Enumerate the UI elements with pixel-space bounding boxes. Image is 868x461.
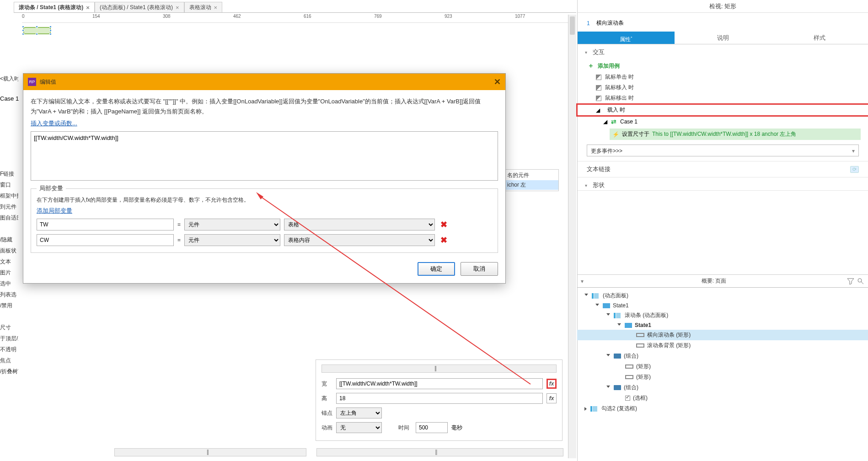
event-mouseenter[interactable]: 鼠标移入 时 <box>578 82 868 93</box>
delete-icon[interactable]: ✖ <box>439 220 449 230</box>
anchor-label: 锚点 <box>321 409 332 417</box>
var-type-select[interactable]: 元件 <box>184 219 280 230</box>
expression-textarea[interactable]: [[TW.width/CW.width*TW.width]] <box>31 131 498 181</box>
tree-node[interactable]: State1 <box>577 321 868 330</box>
expand-icon: ◢ <box>596 107 600 113</box>
height-input[interactable] <box>336 393 543 404</box>
add-local-var-link[interactable]: 添加局部变量 <box>37 207 72 215</box>
tab-tablescroll[interactable]: 表格滚动 × <box>184 2 223 12</box>
resize-handle[interactable] <box>22 33 24 35</box>
resize-handle[interactable] <box>36 26 38 28</box>
event-mouseleave[interactable]: 鼠标移出 时 <box>578 93 868 103</box>
menu-item[interactable]: /隐藏 <box>0 234 18 245</box>
var-type-select[interactable]: 元件 <box>184 234 280 246</box>
widget-name[interactable]: 横向滚动条 <box>596 19 624 27</box>
search-icon[interactable] <box>857 278 864 285</box>
tab-label: 表格滚动 <box>189 4 211 11</box>
menu-item[interactable]: 文本 <box>0 256 18 267</box>
menu-item[interactable]: 尺寸 <box>0 322 18 333</box>
tree-node[interactable]: 滚动条背景 (矩形) <box>577 340 868 351</box>
tree-node[interactable]: (选框) <box>577 393 868 403</box>
text-link-row[interactable]: 文本链接 <box>578 161 868 177</box>
event-click[interactable]: 鼠标单击 时 <box>578 72 868 82</box>
resize-handle[interactable] <box>22 29 24 32</box>
left-context-menu-truncated: <载入时> Case 1 F链接 窗口 框架中打 到元件 图自适应 /隐藏 面板… <box>0 73 18 84</box>
menu-item[interactable]: 到元件 <box>0 201 18 212</box>
add-usecase-button[interactable]: ＋ 添加用例 <box>578 60 868 72</box>
filter-icon[interactable] <box>847 278 854 285</box>
horizontal-scrollbar[interactable] <box>114 448 306 456</box>
group-header[interactable]: 交互 <box>578 44 868 60</box>
var-target-select[interactable]: 表格内容 <box>284 234 435 246</box>
menu-item[interactable]: 图自适应 <box>0 212 18 223</box>
menu-item[interactable]: 框架中打 <box>0 190 18 201</box>
dialog-title: 编辑值 <box>40 78 56 86</box>
delete-icon[interactable]: ✖ <box>439 235 449 245</box>
resize-handle[interactable] <box>49 26 52 28</box>
resize-handle[interactable] <box>22 26 24 28</box>
case-row[interactable]: ◢ ⇄ Case 1 <box>578 117 868 127</box>
list-item[interactable]: ichor 左 <box>504 180 558 190</box>
tab-style[interactable]: 样式 <box>771 32 868 44</box>
width-label: 宽 <box>321 380 332 388</box>
rectangle-icon <box>636 333 644 337</box>
menu-item[interactable]: 图片 <box>0 267 18 278</box>
close-icon[interactable]: ✕ <box>494 77 501 87</box>
tree-node[interactable]: 滚动条 (动态面板) <box>577 310 868 321</box>
tab-dynpanel-state1[interactable]: (动态面板) / State1 (表格滚动) × <box>95 2 184 12</box>
animation-select[interactable]: 无 <box>336 422 382 433</box>
group-shape: 形状 <box>578 177 868 191</box>
canvas-selected-widget[interactable] <box>22 26 52 36</box>
ok-button[interactable]: 确定 <box>418 262 455 276</box>
tree-node[interactable]: (矩形) <box>577 361 868 372</box>
tree-node[interactable]: 勾选2 (复选框) <box>577 403 868 414</box>
resize-handle[interactable] <box>49 33 52 35</box>
fx-icon[interactable]: fx <box>547 379 557 389</box>
width-input[interactable] <box>336 378 543 389</box>
tab-properties[interactable]: 属性* <box>578 32 675 44</box>
var-name-input[interactable] <box>37 234 174 246</box>
anchor-select[interactable]: 左上角 <box>336 407 382 418</box>
menu-item[interactable]: 于顶层/底层 <box>0 333 18 344</box>
resize-handle[interactable] <box>49 29 52 32</box>
ruler: 0 154 308 462 616 769 923 1077 <box>22 14 573 23</box>
horizontal-scrollbar[interactable] <box>321 365 557 373</box>
insert-var-link[interactable]: 插入变量或函数... <box>31 119 77 128</box>
menu-item[interactable]: 选中 <box>0 278 18 289</box>
time-input[interactable] <box>416 422 448 433</box>
tree-node[interactable]: (组合) <box>577 382 868 393</box>
tab-notes[interactable]: 说明 <box>675 32 772 44</box>
tree-node[interactable]: (动态面板) <box>577 290 868 301</box>
var-target-select[interactable]: 表格 <box>284 219 435 230</box>
menu-item[interactable]: /折叠树节点 <box>0 366 18 377</box>
action-row[interactable]: ⚡ 设置尺寸于 This to [[TW.width/CW.width*TW.w… <box>610 129 861 140</box>
tree-node[interactable]: 横向滚动条 (矩形) <box>577 330 868 340</box>
fx-icon[interactable]: fx <box>547 393 557 403</box>
group-header[interactable]: 形状 <box>578 177 868 190</box>
close-icon[interactable]: × <box>86 4 90 11</box>
folder-icon <box>614 354 621 359</box>
menu-item[interactable]: 列表选 <box>0 289 18 300</box>
panel-header: 检视: 矩形 <box>578 0 868 13</box>
vertical-scrollbar[interactable] <box>568 15 576 458</box>
close-icon[interactable]: × <box>214 4 218 11</box>
menu-item[interactable]: 焦点 <box>0 355 18 366</box>
menu-item[interactable]: 不透明 <box>0 344 18 355</box>
cancel-button[interactable]: 取消 <box>461 262 498 276</box>
tree-node[interactable]: (组合) <box>577 351 868 361</box>
tab-scrollbar-state1[interactable]: 滚动条 / State1 (表格滚动) × <box>14 2 95 12</box>
close-icon[interactable]: × <box>176 4 179 11</box>
menu-item[interactable]: F链接 <box>0 168 18 179</box>
menu-item[interactable]: 面板状 <box>0 245 18 256</box>
more-events-dropdown[interactable]: 更多事件>>> <box>587 145 859 156</box>
resize-handle[interactable] <box>36 33 38 35</box>
dialog-titlebar[interactable]: RP 编辑值 ✕ <box>23 74 505 90</box>
tree-node[interactable]: (矩形) <box>577 372 868 382</box>
horizontal-scrollbar[interactable] <box>316 448 563 456</box>
var-name-input[interactable] <box>37 219 174 230</box>
tree-node[interactable]: State1 <box>577 301 868 310</box>
expand-icon: ◢ <box>603 118 607 125</box>
menu-item[interactable]: /禁用 <box>0 300 18 311</box>
event-onload[interactable]: ◢ 载入 时 <box>576 103 868 117</box>
menu-item[interactable]: 窗口 <box>0 179 18 190</box>
